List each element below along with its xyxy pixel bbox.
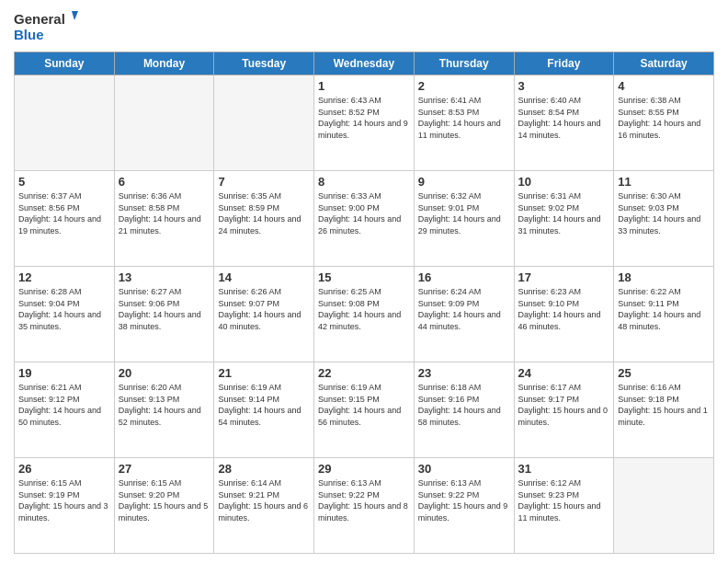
cell-day-number: 25 bbox=[618, 366, 710, 380]
calendar-cell: 5Sunrise: 6:37 AM Sunset: 8:56 PM Daylig… bbox=[15, 171, 115, 267]
cell-info: Sunrise: 6:24 AM Sunset: 9:09 PM Dayligh… bbox=[418, 286, 510, 332]
calendar-cell: 18Sunrise: 6:22 AM Sunset: 9:11 PM Dayli… bbox=[614, 267, 714, 362]
calendar-cell: 26Sunrise: 6:15 AM Sunset: 9:19 PM Dayli… bbox=[15, 458, 115, 554]
cell-day-number: 5 bbox=[18, 175, 110, 189]
cell-day-number: 9 bbox=[418, 175, 510, 189]
cell-info: Sunrise: 6:18 AM Sunset: 9:16 PM Dayligh… bbox=[418, 382, 510, 428]
calendar-header-tuesday: Tuesday bbox=[214, 52, 314, 75]
cell-info: Sunrise: 6:43 AM Sunset: 8:52 PM Dayligh… bbox=[318, 95, 410, 141]
cell-day-number: 15 bbox=[318, 270, 410, 284]
calendar-cell: 19Sunrise: 6:21 AM Sunset: 9:12 PM Dayli… bbox=[15, 362, 115, 458]
calendar-header-monday: Monday bbox=[114, 52, 214, 75]
cell-info: Sunrise: 6:16 AM Sunset: 9:18 PM Dayligh… bbox=[618, 382, 710, 428]
svg-marker-2 bbox=[72, 11, 78, 20]
cell-day-number: 29 bbox=[318, 462, 410, 476]
calendar-cell: 8Sunrise: 6:33 AM Sunset: 9:00 PM Daylig… bbox=[314, 171, 415, 267]
cell-day-number: 3 bbox=[518, 79, 610, 93]
calendar-cell: 23Sunrise: 6:18 AM Sunset: 9:16 PM Dayli… bbox=[414, 362, 514, 458]
cell-day-number: 23 bbox=[418, 366, 510, 380]
calendar-week-5: 26Sunrise: 6:15 AM Sunset: 9:19 PM Dayli… bbox=[15, 458, 714, 554]
calendar-cell: 22Sunrise: 6:19 AM Sunset: 9:15 PM Dayli… bbox=[314, 362, 415, 458]
calendar-cell: 9Sunrise: 6:32 AM Sunset: 9:01 PM Daylig… bbox=[414, 171, 514, 267]
cell-day-number: 8 bbox=[318, 175, 410, 189]
calendar-week-3: 12Sunrise: 6:28 AM Sunset: 9:04 PM Dayli… bbox=[15, 267, 714, 362]
cell-info: Sunrise: 6:28 AM Sunset: 9:04 PM Dayligh… bbox=[18, 286, 110, 332]
cell-info: Sunrise: 6:32 AM Sunset: 9:01 PM Dayligh… bbox=[418, 190, 510, 236]
calendar-cell: 15Sunrise: 6:25 AM Sunset: 9:08 PM Dayli… bbox=[314, 267, 415, 362]
cell-info: Sunrise: 6:25 AM Sunset: 9:08 PM Dayligh… bbox=[318, 286, 410, 332]
cell-info: Sunrise: 6:41 AM Sunset: 8:53 PM Dayligh… bbox=[418, 95, 510, 141]
cell-day-number: 18 bbox=[618, 270, 710, 284]
cell-info: Sunrise: 6:37 AM Sunset: 8:56 PM Dayligh… bbox=[18, 190, 110, 236]
calendar-cell: 29Sunrise: 6:13 AM Sunset: 9:22 PM Dayli… bbox=[314, 458, 415, 554]
cell-info: Sunrise: 6:35 AM Sunset: 8:59 PM Dayligh… bbox=[218, 190, 310, 236]
calendar-cell: 4Sunrise: 6:38 AM Sunset: 8:55 PM Daylig… bbox=[614, 75, 714, 171]
svg-text:General: General bbox=[14, 11, 65, 27]
calendar-table: SundayMondayTuesdayWednesdayThursdayFrid… bbox=[14, 52, 714, 554]
calendar-cell bbox=[614, 458, 714, 554]
cell-day-number: 7 bbox=[218, 175, 310, 189]
calendar-cell: 28Sunrise: 6:14 AM Sunset: 9:21 PM Dayli… bbox=[214, 458, 314, 554]
cell-info: Sunrise: 6:15 AM Sunset: 9:19 PM Dayligh… bbox=[18, 477, 110, 523]
cell-info: Sunrise: 6:26 AM Sunset: 9:07 PM Dayligh… bbox=[218, 286, 310, 332]
calendar-cell bbox=[214, 75, 314, 171]
calendar-header-sunday: Sunday bbox=[15, 52, 115, 75]
calendar-header-friday: Friday bbox=[514, 52, 614, 75]
svg-text:Blue: Blue bbox=[14, 27, 44, 42]
calendar-cell bbox=[114, 75, 214, 171]
cell-day-number: 20 bbox=[119, 366, 210, 380]
cell-day-number: 2 bbox=[418, 79, 510, 93]
cell-info: Sunrise: 6:14 AM Sunset: 9:21 PM Dayligh… bbox=[218, 477, 310, 523]
calendar-cell: 1Sunrise: 6:43 AM Sunset: 8:52 PM Daylig… bbox=[314, 75, 415, 171]
cell-day-number: 27 bbox=[119, 462, 210, 476]
cell-day-number: 24 bbox=[518, 366, 610, 380]
cell-day-number: 13 bbox=[119, 270, 210, 284]
cell-info: Sunrise: 6:27 AM Sunset: 9:06 PM Dayligh… bbox=[119, 286, 210, 332]
calendar-cell: 10Sunrise: 6:31 AM Sunset: 9:02 PM Dayli… bbox=[514, 171, 614, 267]
calendar-header-saturday: Saturday bbox=[614, 52, 714, 75]
calendar-cell: 17Sunrise: 6:23 AM Sunset: 9:10 PM Dayli… bbox=[514, 267, 614, 362]
cell-day-number: 11 bbox=[618, 175, 710, 189]
cell-info: Sunrise: 6:22 AM Sunset: 9:11 PM Dayligh… bbox=[618, 286, 710, 332]
cell-info: Sunrise: 6:23 AM Sunset: 9:10 PM Dayligh… bbox=[518, 286, 610, 332]
calendar-cell: 24Sunrise: 6:17 AM Sunset: 9:17 PM Dayli… bbox=[514, 362, 614, 458]
cell-day-number: 26 bbox=[18, 462, 110, 476]
calendar-cell: 21Sunrise: 6:19 AM Sunset: 9:14 PM Dayli… bbox=[214, 362, 314, 458]
calendar-cell: 31Sunrise: 6:12 AM Sunset: 9:23 PM Dayli… bbox=[514, 458, 614, 554]
cell-day-number: 17 bbox=[518, 270, 610, 284]
header: General Blue bbox=[14, 9, 714, 44]
cell-info: Sunrise: 6:38 AM Sunset: 8:55 PM Dayligh… bbox=[618, 95, 710, 141]
cell-day-number: 14 bbox=[218, 270, 310, 284]
cell-info: Sunrise: 6:21 AM Sunset: 9:12 PM Dayligh… bbox=[18, 382, 110, 428]
calendar-cell bbox=[15, 75, 115, 171]
cell-day-number: 1 bbox=[318, 79, 410, 93]
calendar-header-row: SundayMondayTuesdayWednesdayThursdayFrid… bbox=[15, 52, 714, 75]
cell-info: Sunrise: 6:19 AM Sunset: 9:15 PM Dayligh… bbox=[318, 382, 410, 428]
cell-info: Sunrise: 6:15 AM Sunset: 9:20 PM Dayligh… bbox=[119, 477, 210, 523]
calendar-cell: 7Sunrise: 6:35 AM Sunset: 8:59 PM Daylig… bbox=[214, 171, 314, 267]
cell-info: Sunrise: 6:36 AM Sunset: 8:58 PM Dayligh… bbox=[119, 190, 210, 236]
cell-info: Sunrise: 6:40 AM Sunset: 8:54 PM Dayligh… bbox=[518, 95, 610, 141]
cell-day-number: 6 bbox=[119, 175, 210, 189]
calendar-cell: 27Sunrise: 6:15 AM Sunset: 9:20 PM Dayli… bbox=[114, 458, 214, 554]
page: General Blue SundayMondayTuesdayWednesda… bbox=[0, 0, 728, 563]
calendar-cell: 11Sunrise: 6:30 AM Sunset: 9:03 PM Dayli… bbox=[614, 171, 714, 267]
calendar-cell: 2Sunrise: 6:41 AM Sunset: 8:53 PM Daylig… bbox=[414, 75, 514, 171]
cell-info: Sunrise: 6:17 AM Sunset: 9:17 PM Dayligh… bbox=[518, 382, 610, 428]
cell-info: Sunrise: 6:31 AM Sunset: 9:02 PM Dayligh… bbox=[518, 190, 610, 236]
cell-day-number: 21 bbox=[218, 366, 310, 380]
cell-day-number: 30 bbox=[418, 462, 510, 476]
calendar-header-thursday: Thursday bbox=[414, 52, 514, 75]
calendar-cell: 6Sunrise: 6:36 AM Sunset: 8:58 PM Daylig… bbox=[114, 171, 214, 267]
calendar-week-2: 5Sunrise: 6:37 AM Sunset: 8:56 PM Daylig… bbox=[15, 171, 714, 267]
calendar-cell: 30Sunrise: 6:13 AM Sunset: 9:22 PM Dayli… bbox=[414, 458, 514, 554]
calendar-cell: 20Sunrise: 6:20 AM Sunset: 9:13 PM Dayli… bbox=[114, 362, 214, 458]
cell-day-number: 12 bbox=[18, 270, 110, 284]
cell-day-number: 4 bbox=[618, 79, 710, 93]
cell-info: Sunrise: 6:30 AM Sunset: 9:03 PM Dayligh… bbox=[618, 190, 710, 236]
calendar-week-1: 1Sunrise: 6:43 AM Sunset: 8:52 PM Daylig… bbox=[15, 75, 714, 171]
cell-info: Sunrise: 6:20 AM Sunset: 9:13 PM Dayligh… bbox=[119, 382, 210, 428]
cell-info: Sunrise: 6:13 AM Sunset: 9:22 PM Dayligh… bbox=[318, 477, 410, 523]
logo-svg: General Blue bbox=[14, 9, 78, 44]
calendar-cell: 12Sunrise: 6:28 AM Sunset: 9:04 PM Dayli… bbox=[15, 267, 115, 362]
